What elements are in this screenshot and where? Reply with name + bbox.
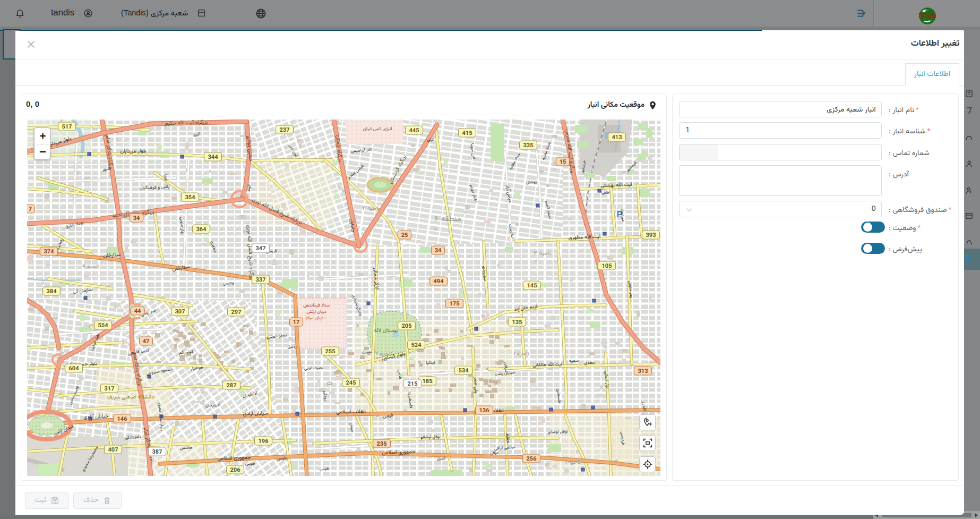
svg-text:نوفل لوشاتو: نوفل لوشاتو bbox=[420, 433, 441, 440]
svg-text:374: 374 bbox=[44, 247, 54, 256]
svg-text:105: 105 bbox=[601, 261, 612, 270]
svg-text:215: 215 bbox=[407, 379, 417, 388]
svg-text:255: 255 bbox=[325, 347, 335, 356]
svg-text:سهروردی: سهروردی bbox=[480, 266, 488, 281]
svg-text:ناحیه ۲: ناحیه ۲ bbox=[375, 350, 392, 359]
svg-text:بوستان لاله: بوستان لاله bbox=[374, 327, 398, 335]
svg-text:خوش: خوش bbox=[348, 422, 356, 433]
svg-text:245: 245 bbox=[346, 378, 356, 387]
svg-text:- دزبان مرکز: - دزبان مرکز bbox=[305, 314, 327, 322]
svg-text:میرعماد: میرعماد bbox=[618, 208, 626, 222]
svg-text:انرژی اتمی ایران: انرژی اتمی ایران bbox=[363, 125, 391, 133]
svg-text:قدس: قدس bbox=[396, 369, 403, 379]
svg-text:445: 445 bbox=[409, 126, 419, 135]
svg-text:145: 145 bbox=[527, 281, 537, 290]
svg-text:بهشتی: بهشتی bbox=[526, 178, 537, 185]
svg-text:347: 347 bbox=[255, 244, 265, 253]
svg-text:سمیه: سمیه bbox=[569, 357, 578, 364]
svg-text:524: 524 bbox=[411, 341, 422, 350]
svg-text:146: 146 bbox=[117, 414, 127, 423]
svg-text:ستارخان: ستارخان bbox=[102, 250, 121, 259]
svg-text:جمهوری اسلامی: جمهوری اسلامی bbox=[382, 447, 416, 456]
svg-text:اردبیل: اردبیل bbox=[287, 343, 297, 350]
svg-text:237: 237 bbox=[279, 125, 289, 134]
svg-text:الوند: الوند bbox=[245, 184, 252, 192]
svg-text:7: 7 bbox=[28, 205, 31, 214]
svg-text:387: 387 bbox=[152, 447, 162, 456]
svg-text:413: 413 bbox=[612, 133, 622, 142]
svg-text:364: 364 bbox=[196, 225, 207, 234]
svg-text:175: 175 bbox=[449, 299, 459, 308]
svg-text:393: 393 bbox=[646, 231, 656, 240]
svg-text:ناحیه ۴: ناحیه ۴ bbox=[82, 262, 99, 271]
svg-text:خیابان آزادی: خیابان آزادی bbox=[243, 409, 268, 418]
svg-text:نصرت غربی: نصرت غربی bbox=[304, 364, 323, 371]
svg-text:135: 135 bbox=[512, 318, 522, 327]
svg-text:انقلاب اسلامی: انقلاب اسلامی bbox=[336, 407, 365, 416]
svg-text:ناحیه ۳: ناحیه ۳ bbox=[534, 249, 551, 258]
svg-text:هاشمی: هاشمی bbox=[179, 444, 193, 451]
svg-text:ولی عصر: ولی عصر bbox=[471, 376, 480, 393]
svg-text:طوس: طوس bbox=[277, 455, 287, 462]
svg-text:آیت الله طالقانی: آیت الله طالقانی bbox=[532, 361, 562, 369]
svg-text:604: 604 bbox=[68, 364, 79, 373]
svg-text:534: 534 bbox=[458, 366, 469, 375]
svg-text:307: 307 bbox=[175, 307, 185, 316]
svg-text:سعدی: سعدی bbox=[584, 359, 595, 366]
svg-text:نصرت: نصرت bbox=[362, 348, 372, 356]
svg-text:554: 554 bbox=[98, 321, 108, 330]
svg-text:طوس: طوس bbox=[319, 465, 329, 472]
svg-text:فلسطین: فلسطین bbox=[555, 388, 562, 403]
svg-text:دامپزشکی: دامپزشکی bbox=[124, 433, 141, 440]
svg-text:کمیل: کمیل bbox=[436, 455, 446, 462]
svg-text:حافظ: حافظ bbox=[503, 432, 511, 443]
svg-text:ناحیه ۱: ناحیه ۱ bbox=[513, 350, 529, 359]
svg-text:313: 313 bbox=[638, 367, 648, 376]
svg-text:344: 344 bbox=[208, 152, 218, 161]
svg-text:185: 185 bbox=[422, 377, 432, 386]
svg-text:فردوسی: فردوسی bbox=[618, 431, 626, 445]
svg-text:دانشگاه صنعتی شریف: دانشگاه صنعتی شریف bbox=[107, 393, 154, 401]
svg-text:317: 317 bbox=[104, 384, 114, 393]
svg-text:196: 196 bbox=[258, 437, 268, 446]
svg-text:البرز: البرز bbox=[193, 131, 201, 138]
svg-text:ناحیه ۱: ناحیه ۱ bbox=[565, 458, 580, 467]
svg-text:44: 44 bbox=[134, 307, 141, 316]
svg-text:آذربایجان: آذربایجان bbox=[205, 402, 221, 409]
svg-text:پاس و فرهنگیان: پاس و فرهنگیان bbox=[139, 183, 170, 192]
svg-text:287: 287 bbox=[226, 381, 236, 390]
svg-text:17: 17 bbox=[293, 318, 299, 327]
svg-text:15: 15 bbox=[559, 157, 566, 166]
svg-text:بلوار مرزداران: بلوار مرزداران bbox=[120, 147, 147, 155]
svg-text:بردیس: بردیس bbox=[222, 279, 234, 287]
svg-text:136: 136 bbox=[479, 406, 489, 415]
svg-text:34: 34 bbox=[133, 214, 140, 223]
svg-text:سرافراز: سرافراز bbox=[502, 360, 509, 372]
svg-text:494: 494 bbox=[433, 277, 444, 286]
svg-text:آیت الله مطهری: آیت الله مطهری bbox=[568, 232, 601, 241]
svg-text:206: 206 bbox=[230, 465, 240, 474]
svg-text:بوریا: بوریا bbox=[162, 174, 169, 182]
svg-text:235: 235 bbox=[376, 439, 386, 448]
svg-text:256: 256 bbox=[526, 454, 536, 463]
svg-text:34: 34 bbox=[434, 246, 441, 255]
svg-text:کوثر یکم: کوثر یکم bbox=[179, 348, 194, 355]
svg-text:384: 384 bbox=[46, 287, 57, 296]
svg-text:ناحیه ۴: ناحیه ۴ bbox=[362, 204, 379, 213]
svg-text:نوفل لوشاتو: نوفل لوشاتو bbox=[548, 428, 568, 435]
svg-text:طوس: طوس bbox=[245, 460, 255, 467]
svg-text:205: 205 bbox=[401, 321, 411, 330]
svg-text:فلسطین: فلسطین bbox=[406, 393, 414, 409]
svg-text:اقاقیا: اقاقیا bbox=[601, 189, 610, 196]
svg-text:297: 297 bbox=[231, 308, 241, 317]
svg-text:337: 337 bbox=[255, 275, 265, 284]
svg-text:517: 517 bbox=[62, 122, 72, 131]
svg-text:خیابان آزادی: خیابان آزادی bbox=[83, 412, 109, 421]
svg-text:ایتالیا: ایتالیا bbox=[426, 359, 435, 366]
svg-text:335: 335 bbox=[523, 141, 533, 150]
svg-text:منطقه ۶: منطقه ۶ bbox=[435, 213, 461, 225]
svg-text:354: 354 bbox=[185, 193, 195, 202]
svg-text:انزلی: انزلی bbox=[426, 136, 434, 143]
svg-text:آیت الله بهشتی: آیت الله بهشتی bbox=[600, 180, 632, 189]
svg-text:25: 25 bbox=[401, 231, 408, 240]
